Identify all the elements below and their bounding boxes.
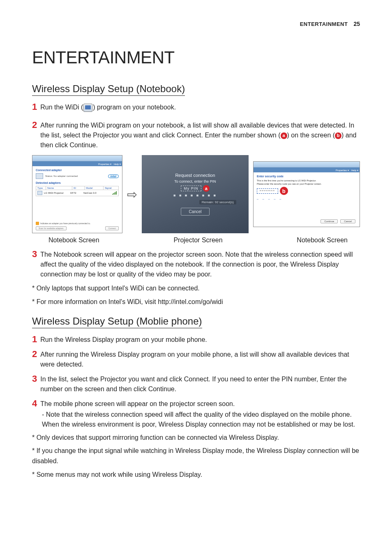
widi-icon: [83, 104, 92, 112]
menu-properties[interactable]: Properties ▾: [98, 162, 111, 165]
pin-placeholder: ■ ■ ■ ■ ■ ■ ■ ■: [154, 193, 236, 197]
footnote-input-signal: * If you change the input signal while w…: [32, 446, 360, 466]
section2-title: Wireless Display Setup (Moblie phone): [32, 316, 202, 328]
row-name: LG WiDi Projector: [44, 192, 69, 194]
header-section-title: ENTERTAINMENT: [300, 21, 348, 27]
notebook-panel-left: Properties ▾ Help ▾ Connected adapter St…: [32, 155, 122, 233]
panel-body: Connected adapter Status: No adapter con…: [32, 166, 122, 199]
caption-mid: Projector Screen: [173, 237, 222, 244]
panel-body: Enter security code This is the first ti…: [254, 172, 360, 202]
projector-dialog: Request connection To connect, enter the…: [154, 173, 236, 216]
table-header: Type Name ID Model Signal: [36, 186, 118, 190]
th-type: Type: [36, 186, 46, 190]
step-3-text: The Notebook screen will appear on the p…: [40, 249, 360, 279]
window-title-bar: [32, 155, 122, 161]
window-title-bar: [254, 162, 360, 167]
warning-icon: [36, 222, 39, 225]
step2-b: ) on the screen (: [287, 132, 335, 139]
menu-help[interactable]: Help ▾: [351, 169, 358, 172]
step-2-text: After running the WiDi program on your n…: [40, 120, 360, 150]
cancel-button[interactable]: Cancel: [181, 208, 209, 216]
row-model: NetCast 3.0: [83, 192, 101, 194]
th-name: Name: [46, 186, 72, 190]
arrow-right-icon: ⇨: [127, 187, 137, 202]
section1-title: Wireless Display Setup (Notebook): [32, 83, 185, 96]
intel-logo: intel: [108, 174, 119, 178]
detected-adapters-label: Detected adapters: [36, 181, 119, 184]
connect-instruction: To connect, enter the PIN: [154, 179, 236, 183]
window-menu: Properties ▾ Help ▾: [254, 167, 360, 172]
caption-left: Notebook Screen: [48, 237, 99, 244]
step-1: 1 Run the WiDi () program on your notebo…: [32, 102, 360, 112]
connect-button[interactable]: Connect: [105, 226, 119, 230]
step-2: 2 After running the WiDi program on your…: [32, 120, 360, 150]
adapters-table: Type Name ID Model Signal LG WiDi Projec…: [36, 186, 119, 196]
signal-bars-icon: [112, 191, 117, 195]
footnote-mirroring: * Only devices that support mirroring fu…: [32, 433, 360, 443]
request-connection-title: Request connection: [154, 173, 236, 178]
security-code-input[interactable]: ********: [257, 188, 278, 194]
footnote-widi-link: * For more information on Intel's WiDi, …: [32, 297, 360, 307]
step-text: The mobile phone screen will appear on t…: [40, 398, 360, 409]
scan-button[interactable]: Scan for available adapters: [36, 226, 67, 230]
step-1: 1 Run the Wireless Display program on yo…: [32, 334, 360, 345]
notebook-panel-right: Properties ▾ Help ▾ Enter security code …: [253, 161, 360, 227]
footnote-menus: * Some menus may not work while using Wi…: [32, 470, 360, 480]
caption-right: Notebook Screen: [297, 237, 348, 244]
step-4: 4 The mobile phone screen will appear on…: [32, 398, 360, 409]
projector-screen: Request connection To connect, enter the…: [142, 155, 249, 233]
screens-row: Properties ▾ Help ▾ Connected adapter St…: [32, 155, 360, 233]
table-row[interactable]: LG WiDi Projector DF72 NetCast 3.0: [36, 190, 118, 196]
panel-footer: Continue Cancel: [321, 219, 355, 223]
main-title: ENTERTAINMENT: [32, 48, 360, 67]
step1-pre: Run the WiDi (: [40, 104, 83, 111]
page-header: ENTERTAINMENT 25: [32, 21, 360, 27]
step-number: 1: [32, 102, 37, 112]
footnote-widi-support: * Only laptops that support Intel's WiDi…: [32, 283, 360, 294]
step-number: 3: [32, 249, 37, 259]
step-number: 4: [32, 398, 37, 408]
pin-label: My PIN: [181, 186, 201, 191]
screen-captions: Notebook Screen Projector Screen Noteboo…: [32, 237, 360, 244]
menu-properties[interactable]: Properties ▾: [336, 169, 349, 172]
page-number: 25: [353, 21, 360, 27]
security-line-2: Please enter the security code you see o…: [257, 183, 356, 185]
warn-text: Indicates an adapter you have previously…: [40, 222, 90, 225]
step-text: In the list, select the Projector you wa…: [40, 374, 360, 394]
device-icon: [36, 173, 43, 179]
step-number: 3: [32, 374, 37, 384]
menu-help[interactable]: Help ▾: [114, 162, 121, 165]
label-a-icon: a: [281, 132, 287, 139]
step-number: 1: [32, 334, 37, 344]
label-b-icon: b: [335, 132, 341, 139]
cancel-button[interactable]: Cancel: [340, 219, 355, 223]
enter-security-code-title: Enter security code: [257, 175, 356, 178]
step-3: 3 The Notebook screen will appear on the…: [32, 249, 360, 279]
label-b-icon: b: [280, 187, 288, 195]
step-3: 3 In the list, select the Projector you …: [32, 374, 360, 394]
step-number: 2: [32, 120, 37, 130]
label-a-icon: a: [203, 185, 210, 192]
remain-timer: Remain: 92 second(s): [199, 200, 236, 204]
code-dashes: _ _ _ _ _: [257, 196, 356, 199]
step-1-text: Run the WiDi () program on your notebook…: [40, 102, 360, 112]
status-text: Status: No adapter connected: [45, 175, 78, 177]
pin-row: My PIN a: [154, 185, 236, 192]
th-signal: Signal: [104, 186, 118, 190]
step-4-sub: - Note that the wireless connection spee…: [42, 410, 360, 429]
step-2: 2 After running the Wireless Display pro…: [32, 349, 360, 369]
status-row: Status: No adapter connected intel: [36, 173, 119, 179]
section-notebook: Wireless Display Setup (Notebook) 1 Run …: [32, 83, 360, 307]
row-id: DF72: [70, 192, 82, 194]
section-mobile: Wireless Display Setup (Moblie phone) 1 …: [32, 316, 360, 480]
step-text: After running the Wireless Display progr…: [40, 349, 360, 369]
continue-button[interactable]: Continue: [321, 219, 338, 223]
connected-adapter-label: Connected adapter: [36, 169, 119, 172]
device-icon: [37, 191, 42, 195]
th-id: ID: [72, 186, 85, 190]
th-model: Model: [85, 186, 104, 190]
window-menu: Properties ▾ Help ▾: [32, 161, 122, 166]
step1-post: ) program on your notebook.: [93, 104, 176, 111]
panel-footer: Indicates an adapter you have previously…: [36, 222, 119, 230]
previous-connection-note: Indicates an adapter you have previously…: [36, 222, 119, 225]
